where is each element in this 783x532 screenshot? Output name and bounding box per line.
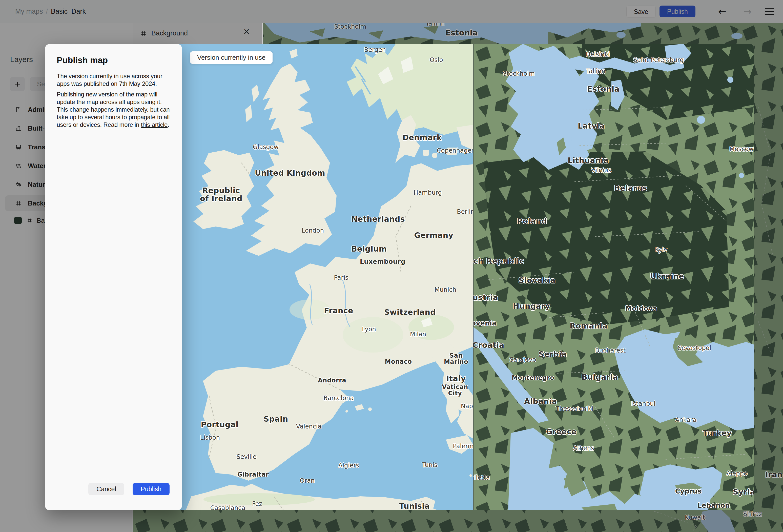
map-label: Iran — [765, 471, 782, 479]
dialog-paragraph-2-period: . — [167, 121, 169, 128]
map-label: Syria — [733, 488, 754, 496]
map-label: Monaco — [385, 358, 412, 365]
map-label: Istanbul — [631, 401, 655, 407]
map-label: Ukraine — [650, 272, 684, 280]
publish-button[interactable]: Publish — [659, 6, 695, 17]
map-label: Estonia — [587, 85, 620, 93]
cancel-button[interactable]: Cancel — [88, 483, 124, 495]
background-panel-header: Background × — [133, 23, 263, 44]
flag-icon — [15, 106, 22, 113]
map-label: San Marino — [444, 352, 468, 365]
map-label: Belarus — [614, 184, 647, 192]
dialog-title: Publish map — [57, 55, 108, 65]
background-close-icon[interactable]: × — [244, 26, 250, 37]
dialog-paragraph-2: Publishing new version of the map will u… — [57, 91, 174, 129]
map-label: Glasgow — [253, 144, 279, 150]
map-label: Fez — [252, 501, 262, 507]
menu-hamburger-icon[interactable] — [765, 8, 774, 15]
map-label: Tallinn — [426, 23, 445, 27]
map-version-current[interactable]: BergenOsloGlasgowCopenhagenHamburgBerlin… — [133, 44, 473, 510]
version-divider-line[interactable] — [473, 44, 473, 510]
map-label: Ankara — [675, 417, 696, 423]
map-label: Lebanon — [697, 502, 730, 509]
background-panel-title: Background — [151, 29, 188, 37]
map-label: Lisbon — [200, 435, 220, 441]
map-label: Vilnius — [591, 167, 612, 174]
map-label: Tunisia — [399, 502, 430, 510]
map-label: Croatia — [473, 341, 504, 349]
map-label: Oran — [300, 477, 315, 484]
dialog-buttons: Cancel Publish — [88, 483, 169, 495]
map-label: France — [324, 307, 353, 315]
map-label: Seville — [237, 454, 257, 460]
map-version-published[interactable]: HelsinkiSaint PetersburgStockholmTallinn… — [473, 44, 754, 510]
undo-back-arrow-icon[interactable]: ← — [718, 0, 726, 23]
map-label: Shiraz — [743, 511, 762, 517]
save-button[interactable]: Save — [626, 6, 656, 18]
breadcrumb: My maps / Basic_Dark — [15, 0, 86, 23]
map-label: Oslo — [430, 57, 443, 63]
map-label: Spain — [264, 415, 288, 423]
map-label: Barcelona — [323, 395, 354, 401]
map-label: Latvia — [578, 122, 604, 130]
map-label: Albania — [524, 397, 557, 405]
map-label: Slovakia — [519, 276, 556, 284]
map-label: Greece — [546, 428, 577, 436]
map-label: Munich — [435, 287, 456, 293]
map-label: Valencia — [296, 424, 321, 430]
map-label: Bulgaria — [582, 373, 618, 381]
dialog-paragraph-1: The version currently in use across your… — [57, 72, 174, 88]
frame-icon — [27, 218, 33, 223]
map-label: Bucharest — [595, 347, 626, 354]
map-label: Hungary — [513, 302, 550, 310]
map-label: Denmark — [402, 134, 442, 142]
map-label: Serbia — [538, 350, 567, 358]
map-label: Stockholm — [503, 71, 535, 77]
map-label: Thessaloniki — [556, 406, 593, 412]
map-label: Sarajevo — [510, 356, 536, 363]
light-map-labels: BergenOsloGlasgowCopenhagenHamburgBerlin… — [133, 44, 473, 510]
publish-map-dialog: Publish map The version currently in use… — [45, 44, 182, 510]
version-current-badge: Version currently in use — [190, 51, 273, 64]
frame-icon — [140, 30, 147, 37]
breadcrumb-separator: / — [46, 8, 48, 15]
map-label: Vatican City — [442, 384, 468, 397]
version-comparison-panel: BergenOsloGlasgowCopenhagenHamburgBerlin… — [133, 44, 754, 510]
map-label: Casablanca — [210, 505, 245, 510]
frame-icon — [15, 200, 22, 207]
map-label: Athens — [573, 445, 594, 451]
map-label: Kuwait — [685, 514, 705, 521]
map-label: Moldova — [625, 305, 657, 312]
map-label: Turkey — [703, 429, 732, 437]
map-label: Saint Petersburg — [633, 57, 684, 63]
breadcrumb-map-name: Basic_Dark — [51, 8, 86, 15]
map-label: Algiers — [338, 462, 359, 469]
map-label: Czech Republic — [473, 257, 524, 265]
dialog-publish-button[interactable]: Publish — [133, 483, 169, 495]
map-label: Valletta — [473, 474, 490, 481]
map-label: Italy — [446, 375, 466, 383]
map-label: Tunis — [422, 462, 438, 468]
map-label: Paris — [334, 275, 348, 281]
map-label: United Kingdom — [255, 169, 325, 177]
map-label: Luxembourg — [360, 258, 405, 265]
map-label: Portugal — [201, 420, 239, 429]
map-label: Germany — [414, 231, 453, 240]
map-label: Tallinn — [586, 68, 605, 74]
redo-forward-arrow-icon[interactable]: → — [744, 0, 752, 23]
article-link[interactable]: this article — [141, 121, 168, 128]
map-label: Sevastopol — [678, 345, 711, 351]
map-label: Netherlands — [351, 215, 405, 223]
map-label: Lithuania — [568, 156, 608, 164]
app-window: StockholmTallinnEstoniaKuwaitShirazIran — [0, 0, 783, 532]
layer-color-swatch[interactable] — [14, 217, 22, 224]
map-label: Hamburg — [413, 190, 442, 196]
map-label: Slovenia — [473, 320, 497, 327]
breadcrumb-my-maps[interactable]: My maps — [15, 8, 43, 15]
dark-map-labels: HelsinkiSaint PetersburgStockholmTallinn… — [473, 44, 754, 510]
top-bar: My maps / Basic_Dark Save Publish ← → — [0, 0, 783, 23]
map-label: Stockholm — [334, 24, 366, 30]
add-layer-button[interactable]: + — [10, 77, 25, 91]
map-label: Republic of Ireland — [200, 187, 243, 202]
map-label: Palermo — [453, 443, 473, 449]
